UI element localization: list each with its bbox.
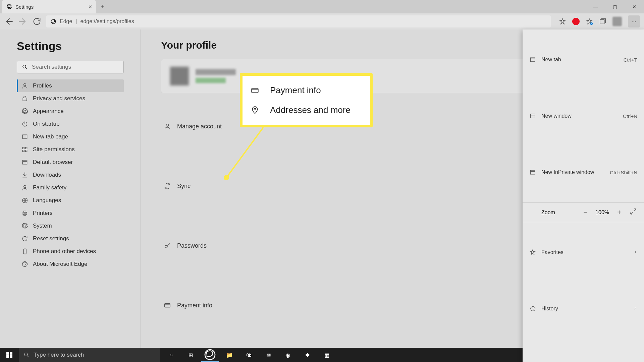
gear-icon [6,4,12,10]
appearance-icon [21,108,28,115]
slack-icon[interactable]: ✱ [299,348,316,362]
phone-icon [21,248,28,255]
zoom-row: Zoom − 100% + [523,205,644,220]
search-input[interactable] [32,64,119,70]
favorite-icon[interactable] [559,18,566,25]
menu-item-history[interactable]: History [523,281,644,337]
sidebar-item-privacy-and-services[interactable]: Privacy and services [17,92,124,105]
chevron-icon [633,250,637,255]
favorites-add-icon[interactable] [586,18,593,25]
permissions-icon [21,146,28,153]
taskbar-search[interactable]: Type here to search [19,348,160,362]
new-tab-button[interactable] [100,3,105,11]
sidebar-item-phone-and-other-devices[interactable]: Phone and other devices [17,245,124,258]
profile-email-blurred [196,78,226,83]
sidebar-title: Settings [17,40,124,53]
sidebar-item-system[interactable]: System [17,220,124,232]
sidebar-item-about-microsoft-edge[interactable]: About Microsoft Edge [17,258,124,270]
newtab-icon [529,35,536,85]
refresh-button[interactable] [32,17,42,26]
sidebar-item-downloads[interactable]: Downloads [17,169,124,181]
profile-name-blurred [196,69,236,75]
browser-icon [21,159,28,166]
menu-item-new-window[interactable]: New windowCtrl+N [523,88,644,144]
close-window-button[interactable]: ✕ [625,0,644,13]
mail-icon[interactable]: ✉ [260,348,277,362]
url-prefix: Edge [60,18,72,24]
sidebar-item-on-startup[interactable]: On startup [17,118,124,130]
callout-item: Addresses and more [249,100,363,120]
explorer-icon[interactable]: 📁 [221,348,238,362]
sidebar-item-default-browser[interactable]: Default browser [17,156,124,169]
download-icon [21,172,28,178]
edge-icon [50,18,56,24]
browser-menu: New tabCtrl+TNew windowCtrl+NNew InPriva… [523,29,644,362]
reset-icon [21,235,28,242]
cortana-icon[interactable]: ○ [162,348,180,362]
sidebar-item-profiles[interactable]: Profiles [17,79,124,92]
taskview-icon[interactable]: ⊞ [182,348,199,362]
menu-item-new-tab[interactable]: New tabCtrl+T [523,32,644,88]
callout-leader-line [223,124,270,181]
zoom-value: 100% [595,209,609,216]
chrome-icon[interactable]: ◉ [279,348,297,362]
newtab-icon [21,133,28,140]
maximize-button[interactable]: ▢ [605,0,625,13]
search-settings[interactable] [17,61,124,73]
titlebar: Settings × ― ▢ ✕ [0,0,644,13]
card-icon [251,86,259,95]
sidebar-item-printers[interactable]: Printers [17,207,124,220]
url-path: edge://settings/profiles [80,18,134,24]
sidebar-item-family-safety[interactable]: Family safety [17,181,124,194]
star-icon [529,227,536,278]
edge-icon [21,261,28,267]
settings-sidebar: Settings ProfilesPrivacy and servicesApp… [0,29,141,348]
person-icon [164,101,171,152]
sidebar-item-new-tab-page[interactable]: New tab page [17,130,124,143]
fullscreen-button[interactable] [629,207,637,217]
callout-highlight: Payment infoAddresses and more [240,73,373,127]
store-icon[interactable]: 🛍 [240,348,258,362]
pin-icon [251,106,259,115]
forward-button[interactable] [18,17,28,26]
search-icon [22,64,28,70]
search-icon [23,352,30,358]
card-icon [164,280,171,330]
profile-card-icon [21,82,28,89]
more-menu-button[interactable]: ⋯ [628,15,640,27]
download-icon [529,340,536,362]
menu-item-favorites[interactable]: Favorites [523,224,644,281]
extension-badge[interactable] [572,18,580,25]
edge-taskbar-icon[interactable] [201,348,219,362]
back-button[interactable] [4,17,13,26]
system-icon [21,223,28,229]
menu-item-new-inprivate-window[interactable]: New InPrivate windowCtrl+Shift+N [523,144,644,200]
close-tab-icon[interactable]: × [88,3,92,10]
menu-item-downloads[interactable]: DownloadsCtrl+J [523,337,644,362]
profile-avatar[interactable] [612,17,622,26]
power-icon [21,121,28,127]
zoom-out-button[interactable]: − [581,208,589,216]
collections-icon[interactable] [599,18,606,25]
window-icon [529,91,536,141]
chevron-icon [633,306,637,311]
sidebar-item-reset-settings[interactable]: Reset settings [17,232,124,245]
svg-point-26 [224,175,229,180]
start-button[interactable] [0,348,19,362]
callout-item: Payment info [249,80,363,100]
family-icon [21,184,28,191]
sidebar-item-site-permissions[interactable]: Site permissions [17,143,124,156]
sidebar-item-languages[interactable]: Languages [17,194,124,207]
tab-title: Settings [15,4,85,10]
browser-tab[interactable]: Settings × [2,0,96,13]
url-field[interactable]: Edge | edge://settings/profiles [46,15,551,27]
key-icon [164,221,171,271]
app-icon[interactable]: ▦ [318,348,335,362]
history-icon [529,284,536,334]
minimize-button[interactable]: ― [586,0,605,13]
zoom-in-button[interactable]: + [615,208,623,216]
sidebar-item-appearance[interactable]: Appearance [17,105,124,118]
printer-icon [21,210,28,217]
sync-icon [164,161,171,211]
avatar [170,67,189,85]
